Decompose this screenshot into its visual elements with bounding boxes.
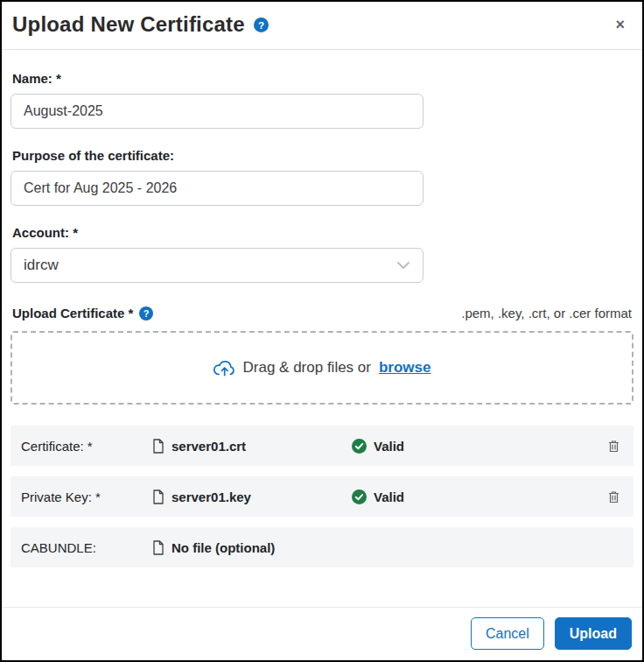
private-key-status: Valid [352, 489, 404, 504]
cloud-upload-icon [214, 360, 235, 377]
private-key-file-name: server01.key [172, 489, 251, 504]
cabundle-file-name: No file (optional) [172, 540, 275, 555]
purpose-input[interactable] [10, 171, 424, 206]
name-field-group: Name: * [10, 71, 634, 129]
certificate-row-label: Certificate: * [21, 439, 152, 454]
private-key-status-text: Valid [374, 489, 404, 504]
dialog-body: Name: * Purpose of the certificate: Acco… [2, 50, 642, 607]
upload-certificate-label: Upload Certificate * [12, 306, 133, 320]
file-dropzone[interactable]: Drag & drop files or browse [10, 331, 634, 405]
private-key-row-label: Private Key: * [21, 489, 152, 504]
account-label: Account: * [12, 225, 634, 240]
upload-button[interactable]: Upload [555, 617, 632, 650]
file-icon [152, 439, 164, 454]
dialog-footer: Cancel Upload [2, 607, 642, 660]
cabundle-file-cell: No file (optional) [152, 540, 352, 555]
certificate-file-row: Certificate: * server01.crt [10, 426, 634, 466]
certificate-status-text: Valid [374, 439, 404, 454]
delete-certificate-icon[interactable] [606, 438, 621, 454]
svg-text:?: ? [258, 18, 264, 30]
account-field-group: Account: * idrcw [10, 225, 634, 283]
certificate-file-cell: server01.crt [152, 439, 352, 454]
upload-certificate-dialog: Upload New Certificate ? × Name: * Purpo… [0, 0, 644, 662]
file-icon [152, 489, 164, 504]
close-icon[interactable]: × [610, 13, 630, 36]
dialog-title: Upload New Certificate [12, 12, 245, 37]
account-selected-value: idrcw [24, 257, 59, 274]
browse-link[interactable]: browse [379, 359, 431, 377]
uploaded-files-list: Certificate: * server01.crt [10, 426, 634, 567]
private-key-file-row: Private Key: * server01.key [10, 476, 634, 517]
purpose-field-group: Purpose of the certificate: [10, 148, 634, 206]
cancel-button[interactable]: Cancel [471, 617, 544, 650]
delete-private-key-icon[interactable] [606, 489, 621, 505]
upload-help-icon[interactable]: ? [139, 306, 153, 320]
purpose-label: Purpose of the certificate: [12, 148, 634, 163]
check-circle-icon [352, 489, 367, 504]
svg-text:?: ? [144, 308, 150, 319]
file-format-hint: .pem, .key, .crt, or .cer format [461, 306, 634, 320]
chevron-down-icon [396, 261, 410, 270]
name-label: Name: * [12, 71, 634, 86]
cabundle-file-row: CABUNDLE: No file (optional) [10, 527, 634, 567]
cabundle-row-label: CABUNDLE: [21, 540, 152, 555]
dropzone-text: Drag & drop files or [243, 359, 371, 377]
upload-label-row: Upload Certificate * ? .pem, .key, .crt,… [12, 306, 634, 320]
certificate-file-name: server01.crt [172, 439, 246, 454]
certificate-status: Valid [352, 439, 404, 454]
private-key-file-cell: server01.key [152, 489, 352, 504]
account-select[interactable]: idrcw [10, 248, 424, 283]
name-input[interactable] [10, 94, 424, 129]
check-circle-icon [352, 439, 367, 454]
file-icon [152, 540, 164, 555]
dialog-header: Upload New Certificate ? × [2, 2, 642, 50]
help-icon[interactable]: ? [254, 18, 269, 32]
